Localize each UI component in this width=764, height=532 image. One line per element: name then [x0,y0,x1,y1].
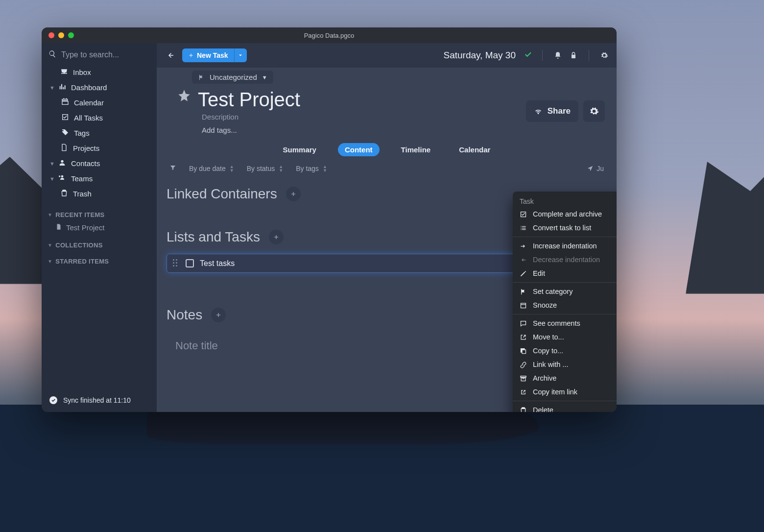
location-arrow-icon [587,165,594,172]
ctx-complete-archive[interactable]: Complete and archive [513,207,617,221]
link-icon [520,361,527,368]
filter-bar: By due date ▲▼ By status ▲▼ By tags ▲▼ [167,163,607,173]
sort-icon: ▲▼ [230,165,234,172]
sidebar-section-recent[interactable]: ▼ RECENT ITEMS [42,204,157,220]
filter-icon[interactable] [169,164,176,172]
ctx-copy-link[interactable]: Copy item link [513,385,617,399]
ctx-convert-to-list[interactable]: Convert task to list [513,221,617,235]
ctx-link-with[interactable]: Link with ... [513,358,617,371]
ctx-increase-indent[interactable]: Increase indentation [513,239,617,253]
gear-icon [589,106,599,116]
sidebar-section-collections-label: COLLECTIONS [55,242,102,249]
section-lists-label: Lists and Tasks [167,229,260,245]
share-label: Share [548,106,571,116]
settings-button[interactable] [599,50,610,61]
sidebar-section-starred-label: STARRED ITEMS [55,258,109,265]
wifi-icon [534,107,543,116]
add-tags-button[interactable]: Add tags... [202,126,607,134]
teams-icon [58,174,66,183]
jump-label: Ju [597,165,604,172]
back-button[interactable] [164,48,177,62]
sidebar-item-contacts[interactable]: ▼ Contacts [42,156,157,171]
lock-button[interactable] [568,50,579,61]
sidebar-item-teams[interactable]: ▼ Teams [42,171,157,186]
add-note-button[interactable] [211,308,226,322]
ctx-move-to[interactable]: Move to... [513,330,617,344]
task-name: Test tasks [200,259,235,268]
add-list-task-button[interactable] [269,230,284,244]
flag-icon [520,288,527,295]
drag-handle-icon[interactable] [173,259,180,268]
sync-status: Sync finished at 11:10 [42,390,157,412]
ctx-label: Decrease indentation [533,256,617,264]
menu-divider [513,237,617,237]
expand-icon: ▼ [49,176,54,182]
sidebar-item-calendar[interactable]: Calendar [42,95,157,110]
project-tabs: Summary Content Timeline Calendar [167,143,607,156]
project-settings-button[interactable] [583,100,605,122]
flag-icon [198,74,205,81]
ctx-label: Move to... [533,333,617,341]
window-title: Pagico Data.pgco [42,32,617,39]
calendar-icon [61,98,69,107]
ctx-set-category[interactable]: Set category › [513,285,617,298]
ctx-label: Set category [533,288,617,295]
ctx-archive[interactable]: Archive [513,371,617,385]
search-input[interactable] [61,50,159,59]
sidebar-label-contacts: Contacts [71,159,151,168]
ctx-label: Copy to... [533,347,617,355]
comment-icon [520,320,527,327]
sidebar-section-starred[interactable]: ▼ STARRED ITEMS [42,251,157,267]
jump-to-button[interactable]: Ju [587,165,604,172]
project-title[interactable]: Test Project [198,89,300,111]
sidebar-label-trash: Trash [73,190,151,198]
filter-by-status[interactable]: By status ▲▼ [247,165,284,172]
window-zoom-button[interactable] [68,32,74,38]
ctx-copy-to[interactable]: Copy to... [513,344,617,358]
filter-by-status-label: By status [247,165,275,172]
sidebar-item-dashboard[interactable]: ▼ Dashboard [42,80,157,95]
ctx-label: Link with ... [533,361,617,368]
star-icon[interactable] [177,89,191,104]
ctx-see-comments[interactable]: See comments [513,316,617,330]
sidebar: Inbox ▼ Dashboard Calendar All Tasks [42,43,157,412]
disclosure-triangle-icon: ▼ [48,259,52,264]
ctx-delete[interactable]: Delete [513,403,617,412]
sidebar-label-calendar: Calendar [74,98,151,107]
window-minimize-button[interactable] [58,32,64,38]
sidebar-section-collections[interactable]: ▼ COLLECTIONS [42,235,157,251]
sidebar-label-dashboard: Dashboard [71,83,151,92]
new-task-button[interactable]: New Task [182,48,234,62]
sidebar-item-trash[interactable]: Trash [42,186,157,201]
recent-item[interactable]: Test Project [42,220,157,235]
ctx-snooze[interactable]: Snooze › [513,298,617,312]
window-close-button[interactable] [48,32,54,38]
pencil-icon [520,270,527,277]
tab-content[interactable]: Content [338,143,380,156]
new-task-dropdown[interactable] [234,48,247,62]
filter-by-tags[interactable]: By tags ▲▼ [296,165,327,172]
share-button[interactable]: Share [526,100,578,122]
context-menu-header: Task [513,194,617,207]
sidebar-item-projects[interactable]: Projects [42,141,157,156]
menu-divider [513,282,617,283]
sidebar-item-tags[interactable]: Tags [42,125,157,141]
divider [589,50,589,61]
add-linked-container-button[interactable] [286,187,301,201]
arrow-left-icon [520,256,527,264]
check-square-icon [520,211,527,218]
task-checkbox[interactable] [186,259,194,267]
expand-icon: ▼ [49,161,54,167]
tab-calendar[interactable]: Calendar [452,143,497,156]
filter-by-due[interactable]: By due date ▲▼ [189,165,234,172]
sidebar-item-inbox[interactable]: Inbox [42,65,157,80]
category-selector[interactable]: Uncategorized ▼ [192,71,273,84]
tab-timeline[interactable]: Timeline [394,143,438,156]
ctx-decrease-indent: Decrease indentation [513,253,617,266]
tab-summary[interactable]: Summary [276,143,323,156]
notifications-button[interactable] [552,50,563,61]
document-icon [55,223,62,232]
sidebar-item-all-tasks[interactable]: All Tasks [42,110,157,125]
sync-status-text: Sync finished at 11:10 [63,396,131,404]
ctx-edit[interactable]: Edit [513,266,617,280]
